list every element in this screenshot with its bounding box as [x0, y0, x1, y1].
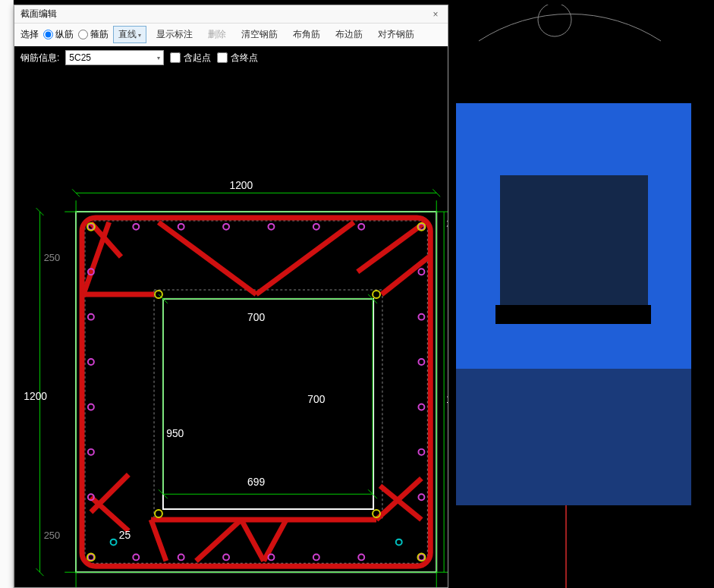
toolbar-rebar-info: 钢筋信息: 5C25 ▾ 含起点 含终点	[14, 46, 448, 69]
svg-rect-27	[163, 299, 373, 494]
svg-point-52	[178, 554, 184, 560]
chevron-down-icon: ▾	[157, 55, 160, 61]
section-canvas[interactable]: 1200 1200 1200 700 700 950 699 699 949 2…	[14, 69, 448, 587]
dialog-title: 截面编辑	[20, 8, 429, 20]
rebar-value-text: 5C25	[69, 52, 91, 63]
svg-point-43	[133, 224, 139, 230]
svg-point-69	[418, 494, 424, 500]
svg-point-46	[268, 224, 274, 230]
svg-rect-9	[154, 290, 382, 518]
radio-stirrup[interactable]: 箍筋	[78, 28, 109, 41]
dim-top: 1200	[229, 179, 253, 191]
show-anno-button[interactable]: 显示标注	[151, 26, 198, 43]
svg-point-44	[178, 224, 184, 230]
svg-point-76	[155, 510, 162, 517]
include-end-checkbox[interactable]: 含终点	[217, 52, 258, 64]
svg-line-26	[151, 520, 166, 561]
svg-point-0	[538, 5, 571, 36]
svg-point-75	[373, 291, 380, 298]
svg-point-59	[88, 314, 94, 320]
svg-point-50	[88, 554, 94, 560]
svg-point-78	[111, 539, 117, 546]
left-sidebar-strip	[0, 0, 14, 588]
section-editor-dialog: 截面编辑 × 选择 纵筋 箍筋 直线▾ 显示标注 删除 清空钢筋 布角筋 布边筋…	[14, 5, 448, 588]
align-bar-button[interactable]: 对齐钢筋	[373, 26, 420, 43]
svg-point-57	[418, 554, 424, 560]
svg-line-13	[256, 222, 354, 294]
svg-rect-2	[456, 369, 691, 505]
svg-line-14	[83, 222, 109, 294]
svg-line-25	[380, 486, 421, 520]
edge-bar-button[interactable]: 布边筋	[330, 26, 368, 43]
svg-point-53	[223, 554, 229, 560]
clear-rebar-button[interactable]: 清空钢筋	[236, 26, 283, 43]
svg-point-54	[268, 554, 274, 560]
svg-point-47	[313, 224, 319, 230]
close-button[interactable]: ×	[429, 8, 442, 20]
dim-bl-250: 250	[44, 530, 60, 541]
include-start-checkbox[interactable]: 含起点	[170, 52, 211, 64]
corner-bar-button[interactable]: 布角筋	[288, 26, 326, 43]
svg-point-68	[418, 449, 424, 455]
delete-button: 删除	[203, 26, 231, 43]
dim-inner-bottom: 699	[247, 476, 265, 488]
svg-point-65	[418, 314, 424, 320]
dialog-titlebar: 截面编辑 ×	[14, 5, 448, 24]
svg-point-51	[133, 554, 139, 560]
svg-rect-10	[82, 218, 430, 566]
svg-point-60	[88, 359, 94, 365]
svg-rect-8	[85, 221, 427, 563]
dim-25: 25	[119, 529, 131, 541]
svg-rect-4	[495, 305, 651, 324]
radio-longi[interactable]: 纵筋	[43, 28, 74, 41]
svg-line-12	[159, 222, 256, 294]
chevron-down-icon: ▾	[138, 32, 141, 39]
svg-line-22	[264, 520, 287, 561]
svg-point-56	[358, 554, 364, 560]
svg-line-15	[357, 222, 425, 272]
svg-point-62	[88, 449, 94, 455]
select-label: 选择	[20, 28, 39, 41]
svg-line-19	[91, 475, 128, 512]
dim-inner-right: 700	[307, 393, 325, 405]
rebar-value-dropdown[interactable]: 5C25 ▾	[65, 50, 164, 65]
dim-tl-250: 250	[44, 252, 60, 263]
svg-point-67	[418, 404, 424, 410]
line-button[interactable]: 直线▾	[113, 26, 146, 43]
svg-rect-7	[163, 299, 373, 509]
dim-right: 1200	[446, 393, 448, 405]
svg-line-21	[241, 520, 264, 561]
svg-point-61	[88, 404, 94, 410]
toolbar-main: 选择 纵筋 箍筋 直线▾ 显示标注 删除 清空钢筋 布角筋 布边筋 对齐钢筋	[14, 24, 448, 46]
svg-line-17	[382, 256, 429, 294]
svg-rect-3	[500, 175, 648, 323]
dim-rr-250: 250	[446, 218, 448, 229]
svg-point-48	[358, 224, 364, 230]
svg-line-23	[196, 520, 241, 561]
svg-line-18	[91, 497, 128, 531]
dim-inner-top: 700	[247, 311, 265, 323]
rebar-info-label: 钢筋信息:	[20, 52, 59, 64]
svg-point-66	[418, 359, 424, 365]
svg-point-64	[418, 269, 424, 275]
3d-preview[interactable]	[448, 5, 714, 588]
dim-left: 1200	[24, 390, 47, 402]
svg-point-55	[313, 554, 319, 560]
svg-point-79	[396, 539, 402, 546]
dim-inner-left: 950	[166, 427, 184, 439]
svg-point-45	[223, 224, 229, 230]
